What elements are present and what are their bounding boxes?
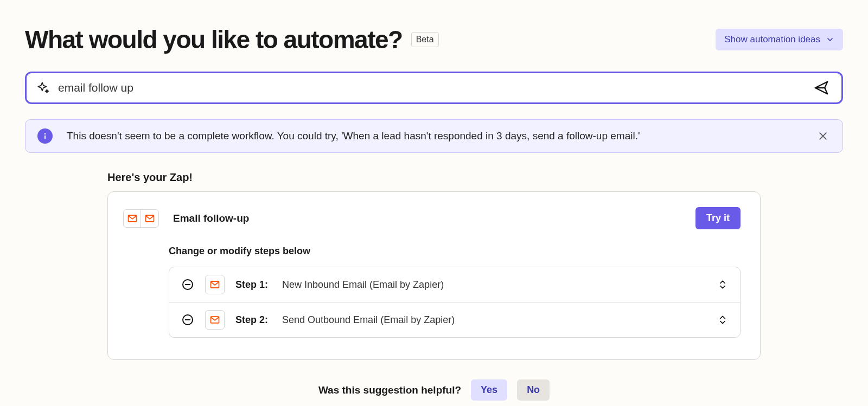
feedback-yes-button[interactable]: Yes: [471, 379, 507, 401]
automation-prompt-input[interactable]: [50, 81, 811, 94]
mail-icon: [205, 310, 225, 330]
close-icon: [818, 131, 828, 141]
zap-card: Email follow-up Try it Change or modify …: [107, 191, 761, 360]
step-description: Send Outbound Email (Email by Zapier): [282, 314, 455, 326]
step-row[interactable]: Step 2: Send Outbound Email (Email by Za…: [169, 302, 740, 337]
reorder-step-icon[interactable]: [717, 279, 728, 290]
zap-title: Email follow-up: [173, 212, 249, 224]
info-text: This doesn't seem to be a complete workf…: [67, 130, 801, 142]
remove-step-icon[interactable]: [181, 313, 194, 326]
steps-subheading: Change or modify steps below: [169, 246, 741, 257]
submit-prompt-button[interactable]: [811, 78, 832, 98]
svg-rect-2: [44, 136, 46, 139]
steps-list: Step 1: New Inbound Email (Email by Zapi…: [169, 267, 741, 338]
zap-app-icons: [123, 209, 159, 228]
mail-icon: [124, 210, 141, 227]
step-description: New Inbound Email (Email by Zapier): [282, 279, 444, 291]
feedback-row: Was this suggestion helpful? Yes No: [107, 379, 761, 401]
info-banner: This doesn't seem to be a complete workf…: [25, 119, 843, 153]
info-icon: [37, 128, 53, 144]
page-title: What would you like to automate?: [25, 27, 403, 52]
reorder-step-icon[interactable]: [717, 314, 728, 325]
chevron-down-icon: [826, 35, 834, 44]
show-ideas-label: Show automation ideas: [724, 34, 820, 45]
step-row[interactable]: Step 1: New Inbound Email (Email by Zapi…: [169, 267, 740, 302]
mail-icon: [205, 275, 225, 294]
sparkle-icon: [36, 81, 50, 95]
beta-badge: Beta: [411, 32, 439, 47]
send-icon: [813, 80, 829, 96]
try-it-button[interactable]: Try it: [695, 207, 741, 229]
zap-heading: Here's your Zap!: [107, 171, 761, 184]
mail-icon: [141, 210, 158, 227]
automation-prompt-field[interactable]: [25, 72, 843, 104]
dismiss-info-button[interactable]: [815, 128, 831, 144]
feedback-prompt: Was this suggestion helpful?: [318, 384, 461, 396]
step-label: Step 2:: [235, 314, 268, 326]
step-label: Step 1:: [235, 279, 268, 291]
show-automation-ideas-button[interactable]: Show automation ideas: [716, 29, 843, 50]
feedback-no-button[interactable]: No: [517, 379, 550, 401]
remove-step-icon[interactable]: [181, 278, 194, 291]
svg-point-1: [44, 133, 46, 135]
